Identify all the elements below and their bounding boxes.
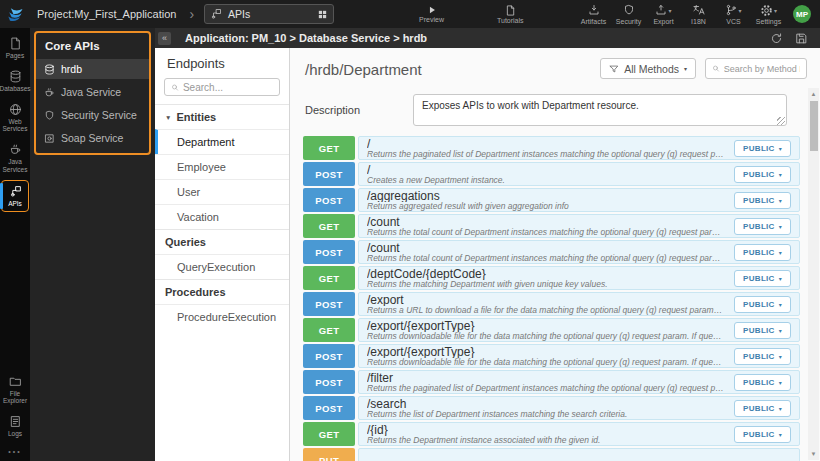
api-row[interactable]: POST /aggregations Returns aggregated re… [303, 188, 800, 212]
vertical-scrollbar[interactable]: ▲ ▼ [808, 88, 819, 460]
vcs-button[interactable]: ▾ VCS [716, 4, 751, 25]
endpoint-description: Returns the paginated list of Department… [367, 150, 724, 160]
database-icon [44, 64, 55, 75]
core-api-item-soap-service[interactable]: Soap Service [36, 128, 149, 148]
endpoint-path: /count [367, 216, 724, 228]
access-dropdown[interactable]: PUBLIC▾ [734, 348, 791, 365]
endpoint-item-user[interactable]: User [155, 179, 289, 204]
core-api-item-security-service[interactable]: Security Service [36, 105, 149, 125]
user-avatar[interactable]: MP [793, 5, 811, 23]
section-procedures[interactable]: Procedures [155, 279, 289, 304]
settings-button[interactable]: ▾ Settings [751, 4, 786, 25]
rail-item-logs[interactable]: Logs [0, 411, 30, 441]
save-button[interactable] [795, 32, 808, 45]
resize-grip-icon[interactable] [777, 117, 785, 125]
method-badge: GET [303, 136, 355, 160]
api-row[interactable]: POST /export Returns a URL to download a… [303, 292, 800, 316]
method-filter-dropdown[interactable]: All Methods ▾ [600, 58, 696, 79]
api-row[interactable]: GET / Returns the paginated list of Depa… [303, 136, 800, 160]
search-icon [712, 64, 720, 73]
i18n-button[interactable]: I18N [681, 4, 716, 25]
api-row[interactable]: POST /search Returns the list of Departm… [303, 396, 800, 420]
api-row[interactable]: POST /count Returns the total count of D… [303, 240, 800, 264]
access-dropdown[interactable]: PUBLIC▾ [734, 322, 791, 339]
scroll-down-arrow-icon[interactable]: ▼ [808, 448, 819, 460]
method-search[interactable] [705, 58, 807, 79]
rail-item-databases[interactable]: Databases [0, 66, 30, 96]
tutorials-button[interactable]: Tutorials [497, 5, 524, 24]
left-icon-rail: Pages Databases Web Services Java Servic… [0, 28, 30, 461]
method-badge: POST [303, 292, 355, 316]
chevron-right-icon: › [189, 7, 194, 21]
preview-button[interactable]: Preview [419, 5, 444, 23]
api-row[interactable]: POST /filter Returns the paginated list … [303, 370, 800, 394]
core-api-item-java-service[interactable]: Java Service [36, 82, 149, 102]
scrollbar-thumb[interactable] [810, 101, 818, 151]
caret-down-icon: ▾ [779, 145, 782, 152]
rail-label: Pages [6, 52, 24, 60]
api-row[interactable]: GET /{id} Returns the Department instanc… [303, 422, 800, 446]
endpoint-item-queryexecution[interactable]: QueryExecution [155, 254, 289, 279]
section-queries[interactable]: Queries [155, 229, 289, 254]
rail-item-apis-active[interactable]: APIs [1, 180, 29, 212]
api-row[interactable]: POST /export/{exportType} Returns downlo… [303, 344, 800, 368]
settings-label: Settings [756, 18, 781, 25]
api-row[interactable]: GET /deptCode/{deptCode} Returns the mat… [303, 266, 800, 290]
rail-item-file-explorer[interactable]: File Explorer [0, 371, 30, 409]
download-icon [588, 4, 600, 16]
method-search-input[interactable] [724, 64, 800, 74]
export-button[interactable]: ▾ Export [646, 4, 681, 25]
vcs-label: VCS [726, 18, 740, 25]
access-dropdown[interactable]: PUBLIC▾ [734, 426, 791, 443]
rail-label: APIs [8, 200, 22, 208]
collapse-panel-button[interactable]: « [158, 32, 171, 45]
endpoint-item-vacation[interactable]: Vacation [155, 204, 289, 229]
endpoint-description: Returns the total count of Department in… [367, 228, 724, 238]
core-api-item-hrdb[interactable]: hrdb [36, 59, 149, 79]
access-dropdown[interactable]: PUBLIC▾ [734, 374, 791, 391]
access-dropdown[interactable]: PUBLIC▾ [734, 400, 791, 417]
more-options-icon[interactable]: ••• [0, 444, 30, 461]
endpoint-description: Returns downloadable file for the data m… [367, 332, 724, 342]
refresh-button[interactable] [770, 32, 783, 45]
rail-item-web-services[interactable]: Web Services [0, 99, 30, 137]
caret-down-icon: ▾ [668, 7, 671, 14]
section-entities[interactable]: ▼ Entities [155, 104, 289, 129]
access-dropdown[interactable]: PUBLIC▾ [734, 140, 791, 157]
endpoint-item-employee[interactable]: Employee [155, 154, 289, 179]
access-dropdown[interactable]: PUBLIC▾ [734, 192, 791, 209]
method-badge: GET [303, 318, 355, 342]
endpoint-item-department[interactable]: Department [155, 129, 289, 154]
rail-item-pages[interactable]: Pages [0, 33, 30, 63]
api-row[interactable]: GET /export/{exportType} Returns downloa… [303, 318, 800, 342]
description-textarea[interactable]: Exposes APIs to work with Department res… [413, 94, 787, 126]
endpoint-item-procedureexecution[interactable]: ProcedureExecution [155, 304, 289, 329]
endpoints-search[interactable] [164, 78, 280, 96]
api-row[interactable]: GET /count Returns the total count of De… [303, 214, 800, 238]
method-badge: POST [303, 370, 355, 394]
api-row[interactable]: POST / Creates a new Department instance… [303, 162, 800, 186]
scroll-up-arrow-icon[interactable]: ▲ [808, 88, 819, 100]
artifacts-button[interactable]: Artifacts [576, 4, 611, 25]
endpoints-search-input[interactable] [183, 82, 273, 93]
access-dropdown[interactable]: PUBLIC▾ [734, 218, 791, 235]
rail-label: File Explorer [0, 390, 30, 406]
access-dropdown[interactable]: PUBLIC▾ [734, 296, 791, 313]
security-button[interactable]: Security [611, 4, 646, 25]
caret-down-icon: ▾ [779, 405, 782, 412]
api-row-partial[interactable]: PUT [303, 448, 800, 461]
rail-item-java-services[interactable]: Java Services [0, 139, 30, 177]
gear-icon [760, 4, 773, 17]
caret-down-icon: ▾ [779, 327, 782, 334]
access-dropdown[interactable]: PUBLIC▾ [734, 244, 791, 261]
caret-down-icon: ▾ [774, 7, 777, 14]
core-apis-highlight-box: Core APIs hrdb Java Service Security Ser… [34, 31, 151, 155]
access-dropdown[interactable]: PUBLIC▾ [734, 166, 791, 183]
project-name: Project:My_First_Application [37, 8, 176, 20]
core-api-label: Java Service [61, 86, 121, 98]
grid-icon[interactable] [317, 9, 328, 20]
endpoint-description: Creates a new Department instance. [367, 176, 724, 186]
access-dropdown[interactable]: PUBLIC▾ [734, 270, 791, 287]
endpoint-path: / [367, 164, 724, 176]
tab-apis[interactable]: APIs [204, 4, 334, 24]
